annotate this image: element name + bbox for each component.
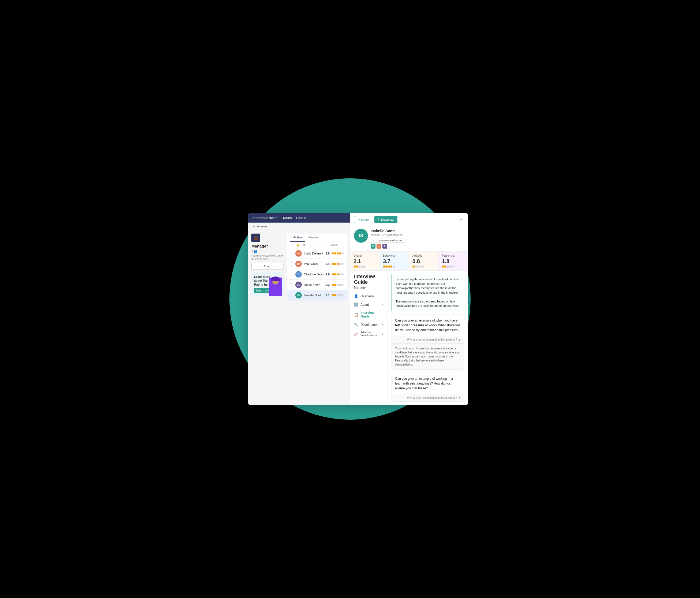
nav-links: Roles People <box>283 216 306 220</box>
star <box>332 284 334 286</box>
description-text: By comparing the assessment results of I… <box>396 278 459 294</box>
star <box>361 265 363 268</box>
aptitude-stars <box>412 265 435 268</box>
behaviour-label: Behaviour <box>383 254 406 257</box>
star <box>412 265 415 268</box>
star <box>332 263 334 265</box>
star <box>415 265 417 268</box>
why-recommend-toggle-2[interactable]: Why are we recommending this question? ▼ <box>392 394 464 402</box>
nav-development[interactable]: 🔧 Development ▼ <box>350 320 388 329</box>
nav-interview-guide[interactable]: 📋 Interview Guide <box>350 309 388 320</box>
candidate-name: Imali Chiru <box>304 262 326 265</box>
tab-active[interactable]: Active <box>290 234 305 242</box>
behaviour-value: 3.7 <box>383 258 406 264</box>
back-arrow-icon: ← <box>252 225 255 228</box>
share-button[interactable]: ↗ Share <box>354 216 372 223</box>
behaviour-stars <box>383 265 406 268</box>
why-recommend-toggle-1[interactable]: Why are we recommending this question? ▲ <box>392 336 464 343</box>
overall-label: Overall <box>353 254 376 257</box>
nav-about[interactable]: ℹ️ About ▼ <box>350 300 388 309</box>
candidate-checkbox[interactable] <box>290 294 293 297</box>
why-recommend-label-1: Why are we recommending this question? <box>407 338 457 341</box>
star <box>442 265 444 268</box>
candidate-row[interactable]: CD Charlotte Davis 2.8 <box>287 269 347 280</box>
star <box>452 265 454 268</box>
overview-label: Overview <box>360 294 374 298</box>
advanced-chevron-icon: ▼ <box>381 333 384 335</box>
promo-card: Learn more about Star Rating here! Learn… <box>251 272 283 296</box>
right-panel-body: Interview Guide Manager 👤 Overview ℹ️ Ab… <box>350 270 468 405</box>
candidate-stars <box>332 263 344 265</box>
candidate-checkbox[interactable] <box>290 273 293 276</box>
star <box>336 294 339 296</box>
star <box>342 252 344 255</box>
candidate-list-area: Active Pending 🔔 ⊖ Overall ID Ingrid Del… <box>287 234 347 301</box>
star <box>336 284 339 286</box>
score-personality: Personality 1.8 <box>439 252 468 270</box>
header-bell-icon: 🔔 <box>296 243 303 246</box>
star <box>449 265 451 268</box>
candidate-score: 3.4 <box>326 262 330 265</box>
development-label: Development <box>360 323 379 327</box>
breadcrumb-label: All roles <box>257 225 268 228</box>
selected-candidate-avatar: IS <box>354 229 368 243</box>
star <box>339 273 341 276</box>
tab-pending[interactable]: Pending <box>305 234 322 242</box>
right-panel: ↗ Share ⬇ Download × IS Isabelle Scott h… <box>350 213 468 405</box>
question-text-1: Can you give an example of when you have… <box>392 315 464 336</box>
app-container: thomasperform Roles People ← All roles 💼 <box>248 213 468 405</box>
star <box>358 265 360 268</box>
candidate-row[interactable]: IS Isabelle Scott 2.1 <box>287 290 347 301</box>
nav-overview[interactable]: 👤 Overview <box>350 292 388 300</box>
candidate-row[interactable]: DS Drake Smith 2.2 <box>287 280 347 290</box>
briefcase-icon: 💼 <box>253 236 258 240</box>
role-count: 5 👥 <box>251 249 283 253</box>
people-icon: 👥 <box>254 249 257 253</box>
star <box>339 284 341 286</box>
advanced-icon: 📈 <box>354 332 358 336</box>
breadcrumb[interactable]: ← All roles <box>248 222 350 230</box>
role-icon: 💼 <box>251 234 260 242</box>
role-meta: Created by Matthew Johns on 23/06/2022 <box>251 255 283 260</box>
personality-value: 1.8 <box>442 258 465 264</box>
candidate-stars <box>332 252 344 255</box>
close-button[interactable]: × <box>458 217 464 222</box>
about-button[interactable]: About <box>251 263 283 269</box>
star <box>336 263 339 265</box>
candidate-row[interactable]: ID Ingrid Delaney 3.8 <box>287 248 347 259</box>
nav-roles[interactable]: Roles <box>283 216 292 220</box>
expand-icon-2: ▼ <box>458 396 461 399</box>
star <box>339 294 341 296</box>
aptitude-value: 0.8 <box>412 258 435 264</box>
candidate-avatar: CD <box>295 271 302 278</box>
assessment-icon-1: B <box>371 244 375 248</box>
candidate-email: hannaht+12.ls@thomas.co <box>371 234 464 237</box>
candidate-checkbox[interactable] <box>290 262 293 265</box>
candidate-stars <box>332 284 344 286</box>
about-chevron-icon: ▼ <box>381 303 384 306</box>
download-button[interactable]: ⬇ Download <box>374 216 397 223</box>
overall-stars <box>353 265 376 268</box>
brand-logo: thomasperform <box>252 216 278 220</box>
download-icon: ⬇ <box>378 218 380 221</box>
nav-people[interactable]: People <box>296 216 306 220</box>
star <box>390 265 392 268</box>
star <box>356 265 358 268</box>
star <box>422 265 424 268</box>
candidate-row[interactable]: IC Imali Chiru 3.4 <box>287 259 347 269</box>
star <box>385 265 388 268</box>
nav-advanced[interactable]: 📈 Advanced Visualisations ▼ <box>350 329 388 339</box>
candidate-checkbox[interactable] <box>290 252 293 255</box>
guide-title-section: Interview Guide Manager <box>350 270 388 290</box>
candidate-score: 3.8 <box>326 252 330 255</box>
background-circle: thomasperform Roles People ← All roles 💼 <box>229 178 471 420</box>
star <box>339 263 341 265</box>
aptitude-label: Aptitude <box>412 254 435 257</box>
guide-description: By comparing the assessment results of I… <box>392 274 464 311</box>
candidate-checkbox[interactable] <box>290 283 293 286</box>
panel-header: ↗ Share ⬇ Download × <box>350 213 468 226</box>
star <box>420 265 422 268</box>
why-recommend-label-2: Why are we recommending this question? <box>407 396 457 399</box>
role-sidebar: 💼 Manager 5 👥 Created by Matthew Johns o… <box>251 234 283 301</box>
star <box>342 284 344 286</box>
